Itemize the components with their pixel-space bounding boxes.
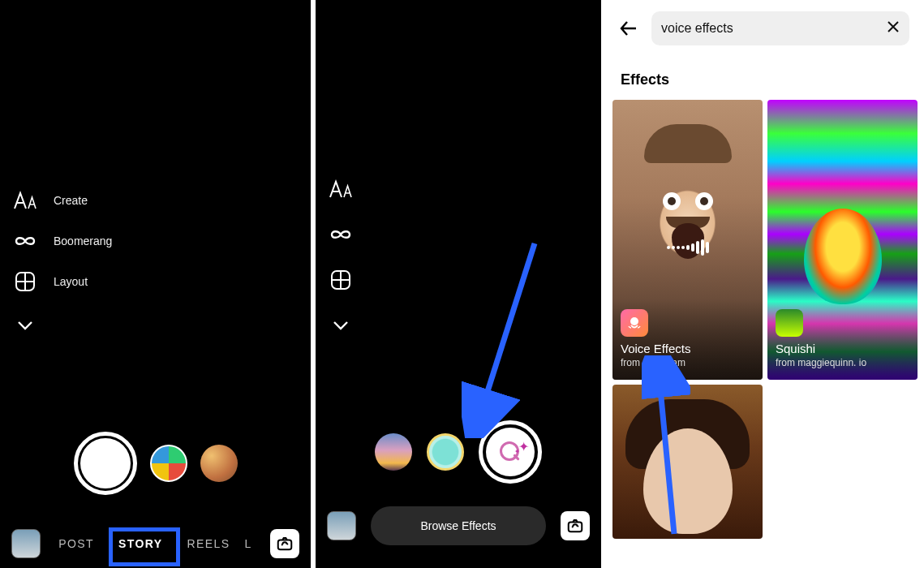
switch-camera-icon	[566, 517, 584, 535]
shutter-inner	[80, 438, 131, 488]
annotation-arrow	[462, 235, 559, 438]
search-sparkle-icon: ✦✦	[498, 440, 522, 464]
switch-camera-button[interactable]	[270, 529, 299, 558]
panel-story-camera: Create Boomerang Layout POS	[0, 0, 316, 568]
bottom-bar: POST STORY REELS L	[0, 529, 311, 558]
effect-card-3[interactable]	[612, 385, 763, 539]
back-arrow-icon	[618, 18, 639, 39]
tool-more[interactable]	[13, 313, 112, 338]
effect-thumbnail-camera[interactable]	[427, 433, 464, 471]
effect-badge-icon	[621, 309, 648, 337]
tool-create-label: Create	[54, 194, 88, 207]
back-button[interactable]	[617, 17, 640, 40]
layout-grid-icon[interactable]	[329, 268, 353, 292]
switch-camera-icon	[276, 535, 294, 553]
search-header: voice effects	[606, 0, 924, 57]
bottom-bar: Browse Effects	[316, 506, 601, 545]
svg-point-5	[630, 317, 638, 325]
effects-heading: Effects	[606, 57, 924, 100]
effect-card-overlay: Voice Effects from instagram	[612, 299, 763, 380]
mode-story[interactable]: STORY	[109, 531, 172, 557]
audio-wave-icon	[667, 239, 709, 256]
tool-boomerang[interactable]: Boomerang	[13, 229, 112, 253]
mode-live[interactable]: L	[244, 537, 251, 550]
text-aa-icon[interactable]	[329, 177, 353, 201]
tool-layout[interactable]: Layout	[13, 269, 112, 294]
shutter-row	[0, 432, 311, 495]
switch-camera-button[interactable]	[561, 511, 590, 540]
effect-thumbnail-sunset[interactable]	[375, 433, 412, 471]
clear-search-button[interactable]	[887, 20, 900, 37]
gallery-thumbnail[interactable]	[11, 529, 41, 558]
effect-author: from instagram	[621, 357, 754, 368]
close-icon	[887, 20, 900, 33]
mode-post[interactable]: POST	[58, 537, 94, 550]
tool-layout-label: Layout	[54, 275, 88, 288]
effect-badge-icon	[776, 309, 803, 337]
browse-effects-lens-inner: ✦✦	[486, 428, 535, 476]
effect-thumbnail-1[interactable]	[200, 445, 238, 482]
capture-mode-strip[interactable]: POST STORY REELS L	[52, 531, 259, 557]
browse-effects-lens[interactable]: ✦✦	[479, 420, 542, 484]
effect-title: Squishi	[776, 342, 909, 355]
mode-reels[interactable]: REELS	[187, 537, 230, 550]
face-illustration	[804, 209, 882, 304]
chevron-down-icon[interactable]	[329, 313, 353, 338]
infinity-icon[interactable]	[329, 222, 353, 247]
chevron-down-icon	[13, 313, 37, 338]
browse-effects-label: Browse Effects	[420, 519, 496, 532]
infinity-icon	[13, 229, 37, 253]
shutter-button[interactable]	[74, 432, 137, 495]
search-input[interactable]: voice effects	[651, 11, 909, 45]
layout-grid-icon	[13, 269, 37, 294]
effect-title: Voice Effects	[621, 342, 754, 355]
panel-effects-search: voice effects Effects Voice Effec	[606, 0, 924, 568]
effect-card-voice-effects[interactable]: Voice Effects from instagram	[612, 100, 763, 380]
browse-effects-button[interactable]: Browse Effects	[371, 506, 546, 545]
effect-color-wheel[interactable]	[150, 445, 187, 482]
tool-boomerang-label: Boomerang	[54, 235, 112, 247]
effect-card-overlay: Squishi from maggiequinn. io	[767, 299, 918, 380]
effects-grid: Voice Effects from instagram Squishi fro…	[606, 100, 924, 539]
effect-card-squishi[interactable]: Squishi from maggiequinn. io	[767, 100, 918, 380]
svg-line-3	[478, 243, 535, 422]
gallery-thumbnail[interactable]	[327, 511, 356, 540]
left-tool-rail	[329, 177, 353, 338]
panel-browse-effects-camera: ✦✦ Browse Effects	[316, 0, 606, 568]
tool-create[interactable]: Create	[13, 188, 112, 213]
text-aa-icon	[13, 188, 37, 213]
left-tool-rail: Create Boomerang Layout	[13, 188, 112, 338]
effect-author: from maggiequinn. io	[776, 357, 909, 368]
search-input-value: voice effects	[661, 21, 887, 36]
effects-carousel[interactable]: ✦✦	[316, 420, 601, 484]
